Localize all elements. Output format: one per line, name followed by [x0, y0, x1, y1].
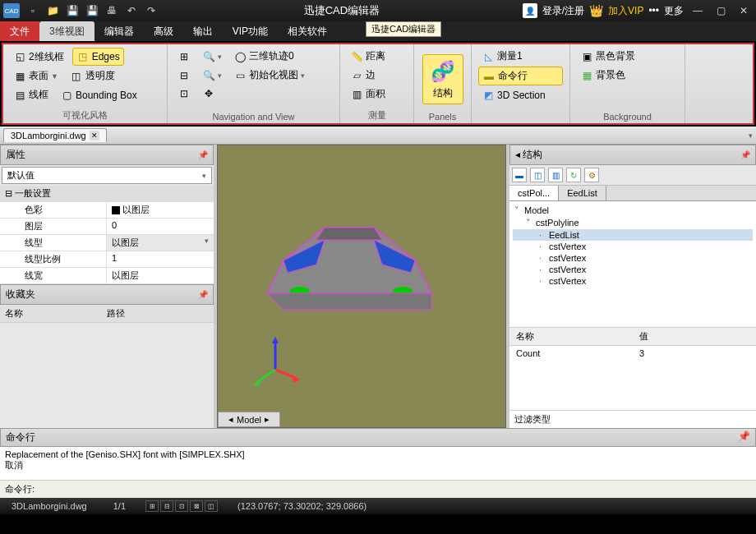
print-icon[interactable]: 🖶: [104, 2, 120, 19]
saveas-icon[interactable]: 💾: [84, 2, 100, 19]
wireframe-button[interactable]: ▤线框: [10, 86, 52, 104]
wireframe-icon: ▤: [13, 89, 26, 102]
group-label-bg: Background: [577, 110, 678, 122]
tree-node-vertex[interactable]: ·cstVertex: [513, 241, 753, 252]
app-logo: CAD: [3, 3, 20, 18]
surface-icon: ▦: [13, 70, 26, 83]
props-combo[interactable]: 默认值▾: [2, 167, 212, 184]
viewport-3d[interactable]: ◂ Model ▸: [217, 145, 506, 428]
open-icon[interactable]: 📁: [44, 2, 61, 19]
pin-icon-4[interactable]: 📌: [738, 430, 750, 444]
wireframe2-button[interactable]: ◱2维线框: [10, 48, 67, 66]
transparency-button[interactable]: ◫透明度: [67, 67, 118, 85]
close-tab-icon[interactable]: ✕: [90, 131, 99, 140]
layer-value[interactable]: 0: [107, 219, 214, 234]
bbox-icon: ▢: [60, 89, 73, 102]
struct-tab-eedlist[interactable]: EedList: [559, 186, 606, 200]
bg-color-button[interactable]: ▦背景色: [577, 67, 678, 84]
structure-button[interactable]: 🧬 结构: [422, 54, 463, 104]
pin-icon-2[interactable]: 📌: [198, 290, 208, 299]
surface-button[interactable]: ▦表面▼: [10, 67, 62, 85]
redo-icon[interactable]: ↷: [143, 2, 159, 19]
cmd-input[interactable]: 命令行:: [0, 480, 756, 498]
group-label-panels: Panels: [421, 110, 464, 122]
tab-vip[interactable]: VIP功能: [223, 21, 278, 41]
bbox-button[interactable]: ▢Bounding Box: [57, 87, 141, 104]
svg-marker-6: [267, 293, 431, 310]
struct-tool-2[interactable]: ◫: [530, 168, 545, 182]
color-value[interactable]: 以图层: [107, 202, 214, 218]
zoom-out-icon[interactable]: 🔍▾: [199, 67, 225, 84]
edges-button[interactable]: ◳Edges: [72, 48, 124, 66]
struct-tool-1[interactable]: ▬: [512, 168, 527, 182]
orbit-icon: ◯: [233, 50, 247, 63]
pin-icon[interactable]: 📌: [198, 150, 208, 159]
cmd-header: 命令行📌: [0, 428, 756, 447]
vip-link[interactable]: 加入VIP: [608, 4, 643, 18]
distance-button[interactable]: 📏距离: [347, 48, 407, 65]
nav-icon-2[interactable]: ⊟: [174, 67, 194, 84]
doctab-dropdown[interactable]: ▾: [749, 131, 753, 140]
filter-type[interactable]: 过滤类型: [509, 410, 756, 428]
tree-node-vertex[interactable]: ·cstVertex: [513, 264, 753, 275]
tree-node-vertex[interactable]: ·cstVertex: [513, 252, 753, 264]
edge-button[interactable]: ▱边: [347, 67, 407, 84]
save-icon[interactable]: 💾: [64, 2, 81, 19]
pin-icon-3[interactable]: 📌: [740, 150, 750, 159]
pan-icon[interactable]: ✥: [199, 85, 219, 102]
struct-tool-4[interactable]: ↻: [566, 168, 581, 182]
bgcolor-icon: ▦: [580, 69, 593, 82]
tree-node-vertex[interactable]: ·cstVertex: [513, 275, 753, 287]
detail-name-col: 名称: [509, 328, 633, 345]
close-button[interactable]: ✕: [735, 3, 753, 18]
area-button[interactable]: ▥面积: [347, 85, 407, 103]
axis-gizmo: [251, 337, 300, 386]
minimize-button[interactable]: —: [689, 3, 707, 18]
tab-output[interactable]: 输出: [183, 21, 223, 41]
transparency-icon: ◫: [70, 70, 83, 83]
count-value: 3: [633, 346, 756, 361]
linetype-value[interactable]: 以图层▾: [107, 235, 214, 251]
props-header: 属性📌: [0, 145, 214, 165]
track3d-button[interactable]: ◯三维轨迹0: [230, 48, 297, 65]
ltscale-value[interactable]: 1: [107, 251, 214, 267]
app-title: 迅捷CAD编辑器: [161, 3, 523, 18]
more-link[interactable]: 更多: [664, 4, 684, 18]
undo-icon[interactable]: ↶: [123, 2, 140, 19]
fav-name-col: 名称: [5, 307, 107, 320]
init-view-button[interactable]: ▭初始化视图▾: [230, 67, 308, 84]
svg-marker-1: [316, 228, 382, 240]
document-tab[interactable]: 3DLamborgini.dwg ✕: [3, 128, 107, 142]
cube-icon: ◱: [13, 50, 26, 63]
favorites-header: 收藏夹📌: [0, 284, 214, 305]
tab-related[interactable]: 相关软件: [278, 21, 337, 41]
nav-icon-1[interactable]: ⊞: [174, 48, 194, 65]
struct-tool-3[interactable]: ▥: [548, 168, 563, 182]
structure-tree[interactable]: ˅Model ˅cstPolyline ·EedList ·cstVertex …: [509, 201, 756, 327]
group-label-measure: 测量: [347, 108, 407, 122]
tree-node-eedlist[interactable]: ·EedList: [513, 229, 753, 241]
section-icon: ◩: [482, 89, 495, 102]
login-link[interactable]: 登录/注册: [542, 4, 584, 18]
tab-editor[interactable]: 编辑器: [94, 21, 144, 41]
cmdline-icon: ▬: [482, 70, 496, 83]
new-icon[interactable]: ▫: [25, 2, 41, 19]
cmd-log: Replacement of the [Geniso.SHX] font wit…: [0, 447, 756, 480]
tab-advanced[interactable]: 高级: [144, 21, 183, 41]
tab-3dview[interactable]: 3维视图: [39, 21, 94, 41]
model-tab[interactable]: ◂ Model ▸: [218, 412, 280, 427]
measure1-button[interactable]: ◺测量1: [478, 48, 563, 65]
status-toggles[interactable]: ⊞⊟⊡⊠◫: [145, 500, 218, 512]
struct-tab-cstpol[interactable]: cstPol...: [509, 186, 559, 200]
group-label-panels2: [478, 110, 563, 122]
tab-file[interactable]: 文件: [0, 21, 39, 41]
linewidth-value[interactable]: 以图层: [107, 268, 214, 283]
section3d-button[interactable]: ◩3D Section: [478, 87, 563, 104]
cmdline-button[interactable]: ▬命令行: [478, 67, 563, 85]
black-bg-button[interactable]: ▣黑色背景: [577, 48, 678, 65]
user-icon[interactable]: 👤: [523, 3, 537, 18]
nav-icon-3[interactable]: ⊡: [174, 85, 194, 102]
struct-tool-5[interactable]: ⚙: [584, 168, 599, 182]
zoom-in-icon[interactable]: 🔍▾: [199, 48, 225, 65]
maximize-button[interactable]: ▢: [712, 3, 730, 18]
